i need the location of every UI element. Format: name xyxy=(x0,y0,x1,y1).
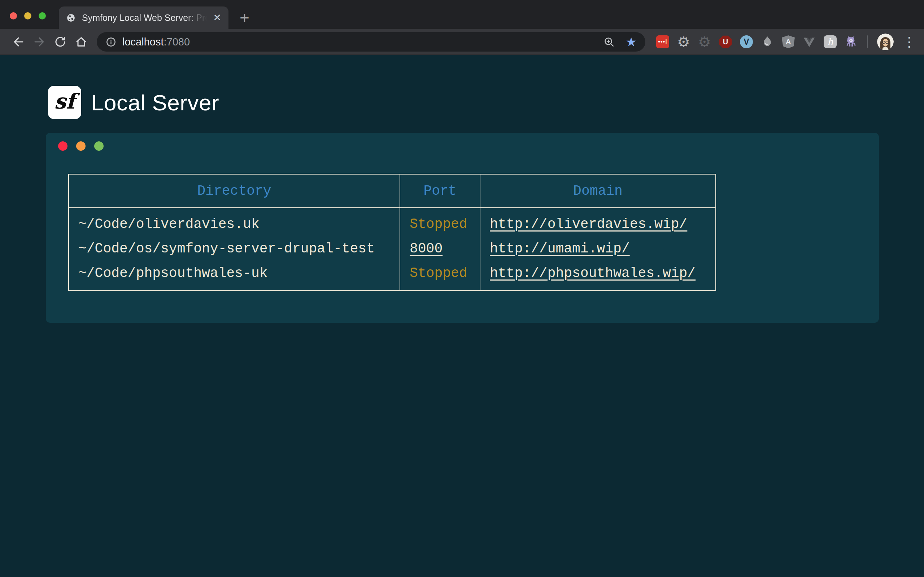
back-button[interactable] xyxy=(8,31,29,52)
panel-dot-orange xyxy=(76,141,86,151)
status-stopped: Stopped xyxy=(410,266,467,281)
port-cell: Stopped xyxy=(400,261,480,291)
browser-toolbar: localhost :7080 ★ •••ǀ ⚙ ⚙ U V xyxy=(0,29,924,55)
drupal-droplet-icon xyxy=(761,35,774,48)
table-row: ~/Code/oliverdavies.uk Stopped http://ol… xyxy=(69,208,716,236)
reload-icon xyxy=(54,35,67,48)
forward-button[interactable] xyxy=(29,31,50,52)
vimium-extension-icon[interactable]: V xyxy=(740,35,753,48)
vue-icon xyxy=(803,35,816,48)
port-cell: 8000 xyxy=(400,236,480,261)
panel-dot-red xyxy=(58,141,68,151)
honey-extension-icon[interactable]: h xyxy=(824,35,837,48)
panel-window-dots xyxy=(58,141,879,151)
page-content: sf Local Server Directory Port Domain ~/… xyxy=(0,55,924,577)
domain-link[interactable]: http://phpsouthwales.wip/ xyxy=(490,266,696,281)
home-icon xyxy=(75,35,88,48)
vue-extension-icon[interactable] xyxy=(803,35,816,48)
url-port: :7080 xyxy=(163,36,190,48)
forward-icon xyxy=(33,35,46,48)
directory-cell: ~/Code/os/symfony-server-drupal-test xyxy=(69,236,400,261)
reload-button[interactable] xyxy=(50,31,71,52)
tampermonkey-extension-icon[interactable]: ⚙ xyxy=(677,35,690,48)
brand-header: sf Local Server xyxy=(0,55,924,119)
drupal-extension-icon[interactable] xyxy=(761,35,774,48)
symfony-logo: sf xyxy=(48,86,81,119)
angular-extension-icon[interactable]: A xyxy=(782,35,795,48)
tab-favicon globe-icon xyxy=(66,13,76,23)
address-bar[interactable]: localhost :7080 ★ xyxy=(97,32,645,52)
header-directory: Directory xyxy=(69,174,400,208)
domain-link[interactable]: http://umami.wip/ xyxy=(490,241,630,256)
bookmark-star-icon[interactable]: ★ xyxy=(626,36,637,48)
panel-dot-green xyxy=(94,141,103,151)
ublock-extension-icon[interactable]: U xyxy=(719,35,732,48)
honey-glyph: h xyxy=(827,36,834,47)
zoom-icon[interactable] xyxy=(603,36,615,48)
tab-title: Symfony Local Web Server: Prox xyxy=(82,13,211,23)
angular-glyph: A xyxy=(785,37,791,46)
back-icon xyxy=(12,35,25,48)
header-domain: Domain xyxy=(480,174,716,208)
tab-close-icon[interactable]: ✕ xyxy=(213,13,221,23)
domain-cell: http://oliverdavies.wip/ xyxy=(480,208,716,236)
home-button[interactable] xyxy=(71,31,92,52)
new-tab-button[interactable]: + xyxy=(240,7,249,28)
ublock-glyph: U xyxy=(723,38,728,46)
window-close-button[interactable] xyxy=(10,12,17,19)
profile-avatar[interactable] xyxy=(877,34,894,50)
directory-cell: ~/Code/phpsouthwales-uk xyxy=(69,261,400,291)
github-extension-icon[interactable] xyxy=(845,35,858,48)
window-controls xyxy=(10,12,46,19)
toolbar-separator xyxy=(867,35,868,48)
domain-cell: http://umami.wip/ xyxy=(480,236,716,261)
browser-titlebar: Symfony Local Web Server: Prox ✕ + xyxy=(0,0,924,29)
domain-cell: http://phpsouthwales.wip/ xyxy=(480,261,716,291)
browser-tab[interactable]: Symfony Local Web Server: Prox ✕ xyxy=(59,6,228,29)
page-title: Local Server xyxy=(91,90,219,115)
disabled-gear-extension-icon[interactable]: ⚙ xyxy=(698,35,711,48)
table-row: ~/Code/phpsouthwales-uk Stopped http://p… xyxy=(69,261,716,291)
gear-faded-icon: ⚙ xyxy=(698,35,711,48)
window-minimize-button[interactable] xyxy=(24,12,31,19)
servers-table: Directory Port Domain ~/Code/oliverdavie… xyxy=(68,174,716,291)
domain-link[interactable]: http://oliverdavies.wip/ xyxy=(490,216,687,232)
window-fullscreen-button[interactable] xyxy=(39,12,46,19)
site-info-icon[interactable] xyxy=(105,36,116,48)
directory-cell: ~/Code/oliverdavies.uk xyxy=(69,208,400,236)
server-panel: Directory Port Domain ~/Code/oliverdavie… xyxy=(46,133,879,323)
lastpass-glyph: •••ǀ xyxy=(658,39,667,45)
gear-icon: ⚙ xyxy=(677,35,690,48)
status-stopped: Stopped xyxy=(410,216,467,232)
extensions-area: •••ǀ ⚙ ⚙ U V A h xyxy=(656,34,916,50)
symfony-logo-glyph: sf xyxy=(54,89,75,114)
lastpass-extension-icon[interactable]: •••ǀ xyxy=(656,35,669,48)
port-cell: Stopped xyxy=(400,208,480,236)
table-header-row: Directory Port Domain xyxy=(69,174,716,208)
port-link[interactable]: 8000 xyxy=(410,241,443,256)
vimium-glyph: V xyxy=(743,37,749,47)
github-octocat-icon xyxy=(845,35,858,48)
table-row: ~/Code/os/symfony-server-drupal-test 800… xyxy=(69,236,716,261)
url-host: localhost xyxy=(122,36,163,48)
browser-menu-button kebab-menu-icon[interactable]: ⋮ xyxy=(902,35,916,49)
header-port: Port xyxy=(400,174,480,208)
